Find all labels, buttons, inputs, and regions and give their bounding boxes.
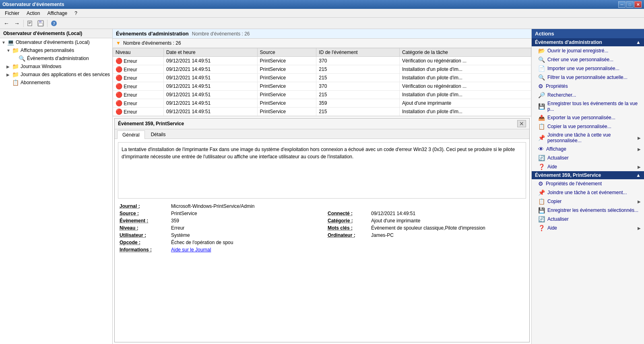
- action-submenu: Rechercher...: [547, 92, 641, 98]
- table-row[interactable]: 🔴 Erreur 09/12/2021 14:49:51 PrintServic…: [113, 99, 531, 108]
- tree-label-custom: Affichages personnalisés: [21, 48, 74, 53]
- col-id[interactable]: ID de l'événement: [316, 48, 400, 57]
- tree-item-app-logs[interactable]: ▶ 📁 Journaux des applications et des ser…: [0, 70, 112, 79]
- menu-fichier[interactable]: Fichier: [2, 10, 23, 17]
- minimize-button[interactable]: ─: [618, 1, 625, 8]
- action-label: Copier: [547, 199, 561, 204]
- tree-item-custom-views[interactable]: ▼ 📁 Affichages personnalisés: [0, 46, 112, 54]
- title-bar-controls: ─ □ ✕: [618, 1, 642, 8]
- tree-item-root[interactable]: ▼ 💻 Observateur d'événements (Local): [0, 38, 112, 46]
- save-button[interactable]: [36, 19, 45, 28]
- cell-category: Installation d'un pilote d'im...: [399, 91, 531, 99]
- action-item[interactable]: 👁 Affichage ▶: [532, 145, 644, 153]
- tab-details[interactable]: Détails: [146, 130, 171, 139]
- connected-value: 09/12/2021 14:49:51: [371, 211, 524, 216]
- action-submenu: Copier la vue personnalisée...: [547, 124, 641, 129]
- event-description: La tentative d'installation de l'imprima…: [118, 142, 526, 199]
- action-item[interactable]: 🔍 Créer une vue personnalisée...: [532, 55, 644, 64]
- close-button[interactable]: ✕: [634, 1, 642, 8]
- action-submenu: Actualiser: [547, 155, 641, 161]
- action-item[interactable]: ❓ Aide ▶: [532, 162, 644, 171]
- action-label: Actualiser: [547, 216, 569, 222]
- action-icon: 👁: [538, 146, 544, 152]
- action-icon: 🔄: [538, 155, 545, 161]
- col-date[interactable]: Date et heure: [163, 48, 257, 57]
- new-button[interactable]: [25, 19, 35, 28]
- cell-source: PrintService: [257, 116, 316, 117]
- table-row[interactable]: 🔴 Erreur 09/12/2021 14:49:51 PrintServic…: [113, 91, 531, 99]
- cell-source: PrintService: [257, 108, 316, 116]
- table-row[interactable]: 🔴 Erreur 09/12/2021 14:49:51 PrintServic…: [113, 65, 531, 74]
- action-item[interactable]: 📂 Ouvrir le journal enregistré...: [532, 46, 644, 55]
- cell-source: PrintService: [257, 57, 316, 65]
- action-item[interactable]: 🔄 Actualiser: [532, 215, 644, 224]
- action-item[interactable]: ❓ Aide ▶: [532, 224, 644, 232]
- error-icon: 🔴: [116, 91, 122, 98]
- section2-collapse-icon[interactable]: ▲: [636, 172, 641, 178]
- action-icon: 📤: [538, 114, 545, 121]
- action-item[interactable]: 🔄 Actualiser: [532, 153, 644, 162]
- action-item[interactable]: 🔍 Filtrer la vue personnalisée actuelle.…: [532, 73, 644, 82]
- detail-close-button[interactable]: ✕: [517, 120, 526, 127]
- help-button[interactable]: ?: [49, 19, 59, 28]
- informations-link[interactable]: Aide sur le Journal: [171, 247, 524, 253]
- col-category[interactable]: Catégorie de la tâche: [399, 48, 531, 57]
- expand-icon-admin: ▶: [13, 56, 18, 61]
- col-niveau[interactable]: Niveau: [113, 48, 164, 57]
- action-icon: 📌: [538, 189, 545, 196]
- action-item[interactable]: 📌 Joindre une tâche à cet événement...: [532, 188, 644, 197]
- tree-label-admin: Évènements d'administration: [27, 56, 89, 61]
- tree-item-subscriptions[interactable]: ▶ 📋 Abonnements: [0, 79, 112, 87]
- cell-date: 09/12/2021 14:49:51: [163, 99, 257, 108]
- section-collapse-icon[interactable]: ▲: [636, 39, 641, 45]
- action-icon: ❓: [538, 164, 545, 170]
- menu-help[interactable]: ?: [71, 10, 80, 17]
- event-count-badge: Nombre d'événements : 26: [192, 31, 250, 37]
- action-icon: 🔎: [538, 92, 545, 98]
- action-submenu: Aide ▶: [547, 225, 641, 231]
- actions-section-2-items: ⚙ Propriétés de l'événement 📌 Joindre un…: [532, 179, 644, 232]
- table-row[interactable]: 🔴 Erreur 09/12/2021 14:49:51 PrintServic…: [113, 108, 531, 116]
- cell-niveau: 🔴 Erreur: [113, 57, 164, 65]
- expand-icon-winlogs: ▶: [6, 64, 11, 69]
- tree-item-windows-logs[interactable]: ▶ 📁 Journaux Windows: [0, 62, 112, 70]
- action-icon: 📄: [538, 65, 545, 72]
- action-item[interactable]: 📋 Copier la vue personnalisée...: [532, 122, 644, 131]
- event-detail-header: Évènement 359, PrintService ✕: [115, 118, 529, 129]
- menu-affichage[interactable]: Affichage: [44, 10, 70, 17]
- error-icon: 🔴: [116, 100, 122, 106]
- action-item[interactable]: 💾 Enregistrer les événements sélectionné…: [532, 206, 644, 215]
- cell-niveau: 🔴 Erreur: [113, 108, 164, 116]
- action-item[interactable]: 📋 Copier ▶: [532, 197, 644, 206]
- journal-value: Microsoft-Windows-PrintService/Admin: [171, 203, 524, 209]
- table-row[interactable]: 🔴 Erreur 09/12/2021 14:49:51 PrintServic…: [113, 82, 531, 91]
- cell-date: 09/12/2021 14:49:51: [163, 65, 257, 74]
- tree-item-admin-events[interactable]: ▶ 🔍 Évènements d'administration: [0, 54, 112, 62]
- submenu-arrow: ▶: [638, 226, 641, 230]
- table-row[interactable]: 🔴 Erreur 09/12/2021 14:49:51 PrintServic…: [113, 74, 531, 82]
- cell-niveau: 🔴 Erreur: [113, 91, 164, 99]
- action-item[interactable]: 📌 Joindre une tâche à cette vue personna…: [532, 131, 644, 145]
- forward-button[interactable]: →: [12, 19, 22, 28]
- action-label: Actualiser: [547, 155, 569, 161]
- action-item[interactable]: ⚙ Propriétés de l'événement: [532, 179, 644, 188]
- menu-action[interactable]: Action: [23, 10, 43, 17]
- folder-icon-custom: 📁: [12, 47, 19, 54]
- tab-general[interactable]: Général: [117, 131, 145, 139]
- action-item[interactable]: 💾 Enregistrer tous les événements de la …: [532, 99, 644, 113]
- action-label: Créer une vue personnalisée...: [547, 57, 613, 62]
- action-label: Filtrer la vue personnalisée actuelle...: [547, 75, 627, 80]
- maximize-button[interactable]: □: [626, 1, 634, 8]
- col-source[interactable]: Source: [257, 48, 316, 57]
- action-item[interactable]: ⚙ Propriétés: [532, 82, 644, 91]
- back-button[interactable]: ←: [2, 19, 11, 28]
- action-item[interactable]: 🔎 Rechercher...: [532, 91, 644, 99]
- event-table-container[interactable]: Niveau Date et heure Source ID de l'évén…: [113, 48, 531, 116]
- action-item[interactable]: 📄 Importer une vue personnalisée...: [532, 64, 644, 73]
- table-row[interactable]: 🔴 Erreur 09/12/2021 14:49:51 PrintServic…: [113, 57, 531, 65]
- error-icon: 🔴: [116, 58, 122, 64]
- table-header-row: Niveau Date et heure Source ID de l'évén…: [113, 48, 531, 57]
- table-row[interactable]: 🔴 Erreur 09/12/2021 14:49:51 PrintServic…: [113, 116, 531, 117]
- action-item[interactable]: 📤 Exporter la vue personnalisée...: [532, 113, 644, 122]
- cell-date: 09/12/2021 14:49:51: [163, 108, 257, 116]
